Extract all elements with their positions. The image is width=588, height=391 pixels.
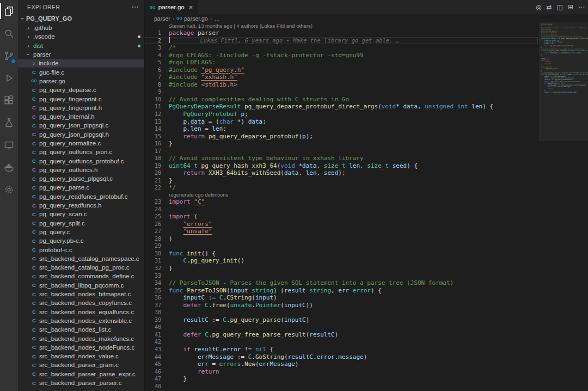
tree-file-pg_query_readfuncs_protobuf.c[interactable]: Cpg_query_readfuncs_protobuf.c xyxy=(18,192,144,201)
code-line[interactable]: #include "xxhash.h" xyxy=(169,74,538,81)
more-actions-icon[interactable]: ⋯ xyxy=(132,3,139,11)
code-line[interactable]: resultC := C.pg_query_parse(inputC) xyxy=(169,316,538,324)
tree-file-src_backend_nodes_makefuncs.c[interactable]: Csrc_backend_nodes_makefuncs.c xyxy=(18,334,144,343)
code-line[interactable]: if resultC.error != nil { xyxy=(169,346,538,353)
code-line[interactable] xyxy=(169,338,538,346)
tree-file-src_backend_nodes_list.c[interactable]: Csrc_backend_nodes_list.c xyxy=(18,325,144,334)
tree-file-pg_query_readfuncs.h[interactable]: Cpg_query_readfuncs.h xyxy=(18,201,144,210)
code-line[interactable] xyxy=(169,272,538,280)
tree-file-protobuf-c.c[interactable]: Cprotobuf-c.c xyxy=(18,245,144,254)
code-line[interactable]: #include <stdlib.h> xyxy=(169,81,538,89)
line-number[interactable]: 16 xyxy=(145,140,169,148)
line-number[interactable]: 46 xyxy=(145,368,169,376)
line-number[interactable]: 48 xyxy=(145,383,169,390)
line-number[interactable]: 18 xyxy=(145,155,169,162)
code-line[interactable]: defer C.pg_query_free_parse_result(resul… xyxy=(169,331,538,339)
tree-file-src_backend_parser_parser.c[interactable]: Csrc_backend_parser_parser.c xyxy=(18,378,144,387)
line-number[interactable]: 10 xyxy=(145,96,169,103)
line-number[interactable]: 42 xyxy=(145,338,169,346)
tree-file-src_backend_nodes_extensible.c[interactable]: Csrc_backend_nodes_extensible.c xyxy=(18,316,144,325)
gitlens-annotations-icon[interactable]: ◎ xyxy=(536,3,541,11)
code-line[interactable]: // Avoid complexities dealing with C str… xyxy=(169,96,538,103)
line-number[interactable]: 13 xyxy=(145,118,169,126)
tree-file-pg_query_outfuncs.h[interactable]: Cpg_query_outfuncs.h xyxy=(18,166,144,174)
code-line[interactable]: } xyxy=(169,140,538,148)
line-number[interactable]: 14 xyxy=(145,125,169,133)
tree-file-pg_query_parse_plpgsql.c[interactable]: Cpg_query_parse_plpgsql.c xyxy=(18,174,144,183)
line-number[interactable]: 44 xyxy=(145,353,169,361)
line-number[interactable]: 36 xyxy=(145,294,169,302)
line-number[interactable]: 34 xyxy=(145,279,169,287)
line-number[interactable]: 1 xyxy=(145,29,169,37)
activity-explorer-button[interactable] xyxy=(0,0,18,22)
code-line[interactable]: return xyxy=(169,368,538,376)
line-number[interactable]: 4 xyxy=(145,52,169,59)
tree-file-pg_query_json_plpgsql.c[interactable]: Cpg_query_json_plpgsql.c xyxy=(18,121,144,130)
line-number[interactable]: 30 xyxy=(145,250,169,258)
tree-file-pg_query_internal.h[interactable]: Cpg_query_internal.h xyxy=(18,112,144,121)
code-line[interactable]: } xyxy=(169,265,538,272)
line-number[interactable]: 45 xyxy=(145,361,169,368)
tree-file-pg_query_deparse.c[interactable]: Cpg_query_deparse.c xyxy=(18,85,144,94)
tree-folder-.vscode[interactable]: ›.vscode xyxy=(18,32,144,41)
tree-file-parser.go[interactable]: GOparser.go xyxy=(18,77,144,85)
code-line[interactable] xyxy=(169,148,538,155)
code-line[interactable]: import ( xyxy=(169,213,538,221)
gitlens-authors-codelens[interactable]: Steven Kalt, 13 months ago | 4 authors (… xyxy=(169,23,313,29)
tree-folder-parser[interactable]: ›parser xyxy=(18,50,144,59)
more-actions-icon[interactable]: ⋯ xyxy=(578,3,585,11)
line-number[interactable]: 5 xyxy=(145,59,169,66)
codelens-action[interactable]: regenerate cgo definitions xyxy=(169,192,228,198)
code-line[interactable]: errMessage := C.GoString(resultC.error.m… xyxy=(169,353,538,361)
line-number[interactable]: 27 xyxy=(145,228,169,235)
tree-file-src_backend_nodes_value.c[interactable]: Csrc_backend_nodes_value.c xyxy=(18,352,144,361)
tree-folder-include[interactable]: ›include xyxy=(18,59,144,68)
editor-layout-icon[interactable]: ⊞ xyxy=(568,3,573,11)
code-line[interactable]: err = errors.New(errMessage) xyxy=(169,361,538,368)
code-line[interactable]: regenerate cgo definitions xyxy=(169,192,538,198)
line-number[interactable]: 3 xyxy=(145,44,169,52)
line-number[interactable]: 8 xyxy=(145,81,169,89)
line-number[interactable]: 39 xyxy=(145,316,169,324)
activity-settings-sync-button[interactable] xyxy=(0,179,18,201)
activity-docker-button[interactable] xyxy=(0,156,18,179)
tree-file-pg_query_outfuncs_json.c[interactable]: Cpg_query_outfuncs_json.c xyxy=(18,148,144,156)
line-number[interactable]: 23 xyxy=(145,198,169,206)
code-line[interactable]: /* xyxy=(169,44,538,52)
line-number[interactable]: 22 xyxy=(145,184,169,192)
line-number[interactable]: 6 xyxy=(145,66,169,74)
code-line[interactable]: C.pg_query_init() xyxy=(169,257,538,265)
activity-extensions-button[interactable] xyxy=(0,89,18,112)
line-number[interactable]: 32 xyxy=(145,265,169,272)
line-number[interactable]: 41 xyxy=(145,331,169,339)
code-line[interactable] xyxy=(169,206,538,213)
code-line[interactable]: Lukas Fittl, 6 years ago • Make the libr… xyxy=(169,37,538,45)
tree-folder-dist[interactable]: ›dist xyxy=(18,41,144,50)
open-changes-icon[interactable]: ⇄ xyxy=(547,3,552,11)
line-number[interactable]: 25 xyxy=(145,213,169,221)
line-number[interactable]: 35 xyxy=(145,287,169,295)
line-number[interactable]: 15 xyxy=(145,133,169,140)
line-number[interactable]: 43 xyxy=(145,346,169,353)
code-line[interactable]: defer C.free(unsafe.Pointer(inputC)) xyxy=(169,302,538,309)
code-line[interactable]: #cgo CFLAGS: -Iinclude -g -fstack-protec… xyxy=(169,52,538,59)
line-number[interactable]: 40 xyxy=(145,323,169,331)
code-line[interactable]: } xyxy=(169,177,538,185)
tree-file-src_backend_nodes_bitmapset.c[interactable]: Csrc_backend_nodes_bitmapset.c xyxy=(18,290,144,298)
activity-search-button[interactable] xyxy=(0,22,18,45)
breadcrumb-item[interactable]: GOparser.go xyxy=(176,15,208,22)
code-line[interactable]: return pg_query_deparse_protobuf(p); xyxy=(169,133,538,140)
line-number[interactable]: 17 xyxy=(145,148,169,155)
code-line[interactable]: Steven Kalt, 13 months ago | 4 authors (… xyxy=(169,23,538,29)
activity-remote-explorer-button[interactable] xyxy=(0,134,18,156)
line-number[interactable]: 31 xyxy=(145,257,169,265)
line-number[interactable] xyxy=(145,23,169,29)
line-number[interactable]: 19 xyxy=(145,162,169,170)
tree-file-pg_query_scan.c[interactable]: Cpg_query_scan.c xyxy=(18,210,144,218)
code-line[interactable]: #include "pg_query.h" xyxy=(169,66,538,74)
code-line[interactable]: uint64_t pg_query_hash_xxh3_64(void *dat… xyxy=(169,162,538,170)
tree-file-pg_query_outfuncs_protobuf.c[interactable]: Cpg_query_outfuncs_protobuf.c xyxy=(18,156,144,165)
close-icon[interactable]: × xyxy=(189,3,193,11)
line-number[interactable]: 20 xyxy=(145,169,169,177)
code-line[interactable]: // Avoid inconsistent type behaviour in … xyxy=(169,155,538,162)
